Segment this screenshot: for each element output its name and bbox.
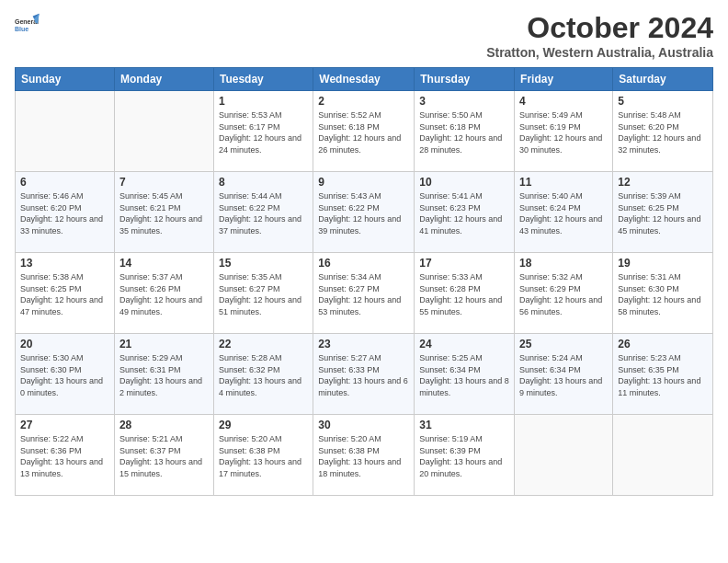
day-info: Sunrise: 5:32 AM Sunset: 6:29 PM Dayligh… <box>519 271 608 317</box>
calendar-table: SundayMondayTuesdayWednesdayThursdayFrid… <box>15 67 713 496</box>
day-number: 25 <box>519 338 608 350</box>
day-number: 16 <box>318 257 409 270</box>
calendar-cell: 3Sunrise: 5:50 AM Sunset: 6:18 PM Daylig… <box>415 91 515 172</box>
calendar-cell: 20Sunrise: 5:30 AM Sunset: 6:30 PM Dayli… <box>16 334 115 415</box>
calendar-cell <box>16 91 115 172</box>
calendar-week-row: 13Sunrise: 5:38 AM Sunset: 6:25 PM Dayli… <box>16 253 713 334</box>
day-number: 19 <box>618 257 708 270</box>
logo-bird-icon: General Blue <box>15 11 40 37</box>
calendar-cell: 12Sunrise: 5:39 AM Sunset: 6:25 PM Dayli… <box>613 172 713 253</box>
calendar-cell: 11Sunrise: 5:40 AM Sunset: 6:24 PM Dayli… <box>515 172 613 253</box>
day-number: 21 <box>119 338 209 350</box>
day-info: Sunrise: 5:28 AM Sunset: 6:32 PM Dayligh… <box>219 352 308 398</box>
calendar-cell: 18Sunrise: 5:32 AM Sunset: 6:29 PM Dayli… <box>515 253 613 334</box>
day-info: Sunrise: 5:24 AM Sunset: 6:34 PM Dayligh… <box>519 352 608 398</box>
day-info: Sunrise: 5:20 AM Sunset: 6:38 PM Dayligh… <box>219 433 308 479</box>
day-info: Sunrise: 5:44 AM Sunset: 6:22 PM Dayligh… <box>219 190 308 236</box>
calendar-cell: 15Sunrise: 5:35 AM Sunset: 6:27 PM Dayli… <box>213 253 313 334</box>
day-number: 28 <box>119 419 209 431</box>
calendar-cell: 26Sunrise: 5:23 AM Sunset: 6:35 PM Dayli… <box>613 334 713 415</box>
calendar-week-row: 20Sunrise: 5:30 AM Sunset: 6:30 PM Dayli… <box>16 334 713 415</box>
day-number: 31 <box>419 419 509 431</box>
calendar-cell: 19Sunrise: 5:31 AM Sunset: 6:30 PM Dayli… <box>613 253 713 334</box>
svg-text:Blue: Blue <box>15 26 28 32</box>
day-info: Sunrise: 5:49 AM Sunset: 6:19 PM Dayligh… <box>519 109 608 155</box>
calendar-cell: 30Sunrise: 5:20 AM Sunset: 6:38 PM Dayli… <box>313 415 415 496</box>
day-info: Sunrise: 5:37 AM Sunset: 6:26 PM Dayligh… <box>119 271 209 317</box>
calendar-cell <box>515 415 613 496</box>
day-number: 6 <box>20 176 109 189</box>
day-number: 10 <box>419 176 509 189</box>
day-info: Sunrise: 5:52 AM Sunset: 6:18 PM Dayligh… <box>318 109 409 155</box>
day-number: 20 <box>20 338 109 350</box>
calendar-cell: 13Sunrise: 5:38 AM Sunset: 6:25 PM Dayli… <box>16 253 115 334</box>
day-info: Sunrise: 5:29 AM Sunset: 6:31 PM Dayligh… <box>119 352 209 398</box>
logo: General Blue <box>15 11 40 37</box>
calendar-cell <box>114 91 213 172</box>
day-number: 11 <box>519 176 608 189</box>
calendar-cell: 8Sunrise: 5:44 AM Sunset: 6:22 PM Daylig… <box>213 172 313 253</box>
day-number: 26 <box>618 338 708 350</box>
day-info: Sunrise: 5:35 AM Sunset: 6:27 PM Dayligh… <box>219 271 308 317</box>
day-info: Sunrise: 5:40 AM Sunset: 6:24 PM Dayligh… <box>519 190 608 236</box>
day-number: 3 <box>419 95 509 108</box>
weekday-header-friday: Friday <box>515 68 613 91</box>
weekday-header-wednesday: Wednesday <box>313 68 415 91</box>
calendar-cell: 4Sunrise: 5:49 AM Sunset: 6:19 PM Daylig… <box>515 91 613 172</box>
day-number: 2 <box>318 95 409 108</box>
day-info: Sunrise: 5:25 AM Sunset: 6:34 PM Dayligh… <box>419 352 509 398</box>
calendar-cell: 21Sunrise: 5:29 AM Sunset: 6:31 PM Dayli… <box>114 334 213 415</box>
calendar-cell: 10Sunrise: 5:41 AM Sunset: 6:23 PM Dayli… <box>415 172 515 253</box>
header: General Blue October 2024 Stratton, West… <box>15 11 713 60</box>
day-info: Sunrise: 5:31 AM Sunset: 6:30 PM Dayligh… <box>618 271 708 317</box>
calendar-week-row: 6Sunrise: 5:46 AM Sunset: 6:20 PM Daylig… <box>16 172 713 253</box>
day-number: 1 <box>219 95 308 108</box>
day-number: 7 <box>119 176 209 189</box>
day-info: Sunrise: 5:33 AM Sunset: 6:28 PM Dayligh… <box>419 271 509 317</box>
day-info: Sunrise: 5:22 AM Sunset: 6:36 PM Dayligh… <box>20 433 109 479</box>
day-info: Sunrise: 5:50 AM Sunset: 6:18 PM Dayligh… <box>419 109 509 155</box>
day-number: 14 <box>119 257 209 270</box>
day-info: Sunrise: 5:34 AM Sunset: 6:27 PM Dayligh… <box>318 271 409 317</box>
day-number: 24 <box>419 338 509 350</box>
calendar-cell: 5Sunrise: 5:48 AM Sunset: 6:20 PM Daylig… <box>613 91 713 172</box>
calendar-cell: 29Sunrise: 5:20 AM Sunset: 6:38 PM Dayli… <box>213 415 313 496</box>
day-number: 9 <box>318 176 409 189</box>
calendar-cell: 22Sunrise: 5:28 AM Sunset: 6:32 PM Dayli… <box>213 334 313 415</box>
weekday-header-tuesday: Tuesday <box>213 68 313 91</box>
day-number: 5 <box>618 95 708 108</box>
day-number: 4 <box>519 95 608 108</box>
calendar-week-row: 27Sunrise: 5:22 AM Sunset: 6:36 PM Dayli… <box>16 415 713 496</box>
day-info: Sunrise: 5:45 AM Sunset: 6:21 PM Dayligh… <box>119 190 209 236</box>
calendar-cell: 14Sunrise: 5:37 AM Sunset: 6:26 PM Dayli… <box>114 253 213 334</box>
weekday-header-saturday: Saturday <box>613 68 713 91</box>
day-number: 23 <box>318 338 409 350</box>
weekday-header-monday: Monday <box>114 68 213 91</box>
calendar-cell: 17Sunrise: 5:33 AM Sunset: 6:28 PM Dayli… <box>415 253 515 334</box>
day-info: Sunrise: 5:19 AM Sunset: 6:39 PM Dayligh… <box>419 433 509 479</box>
day-info: Sunrise: 5:20 AM Sunset: 6:38 PM Dayligh… <box>318 433 409 479</box>
day-info: Sunrise: 5:30 AM Sunset: 6:30 PM Dayligh… <box>20 352 109 398</box>
day-info: Sunrise: 5:27 AM Sunset: 6:33 PM Dayligh… <box>318 352 409 398</box>
calendar-cell: 16Sunrise: 5:34 AM Sunset: 6:27 PM Dayli… <box>313 253 415 334</box>
title-block: October 2024 Stratton, Western Australia… <box>486 11 713 60</box>
calendar-week-row: 1Sunrise: 5:53 AM Sunset: 6:17 PM Daylig… <box>16 91 713 172</box>
day-info: Sunrise: 5:53 AM Sunset: 6:17 PM Dayligh… <box>219 109 308 155</box>
calendar-cell: 25Sunrise: 5:24 AM Sunset: 6:34 PM Dayli… <box>515 334 613 415</box>
calendar-cell: 7Sunrise: 5:45 AM Sunset: 6:21 PM Daylig… <box>114 172 213 253</box>
day-info: Sunrise: 5:48 AM Sunset: 6:20 PM Dayligh… <box>618 109 708 155</box>
day-number: 29 <box>219 419 308 431</box>
day-number: 12 <box>618 176 708 189</box>
main-title: October 2024 <box>486 11 713 45</box>
calendar-cell: 28Sunrise: 5:21 AM Sunset: 6:37 PM Dayli… <box>114 415 213 496</box>
calendar-cell: 23Sunrise: 5:27 AM Sunset: 6:33 PM Dayli… <box>313 334 415 415</box>
calendar-header-row: SundayMondayTuesdayWednesdayThursdayFrid… <box>16 68 713 91</box>
calendar-cell: 24Sunrise: 5:25 AM Sunset: 6:34 PM Dayli… <box>415 334 515 415</box>
subtitle: Stratton, Western Australia, Australia <box>486 45 713 60</box>
weekday-header-sunday: Sunday <box>16 68 115 91</box>
day-info: Sunrise: 5:39 AM Sunset: 6:25 PM Dayligh… <box>618 190 708 236</box>
day-info: Sunrise: 5:38 AM Sunset: 6:25 PM Dayligh… <box>20 271 109 317</box>
calendar-cell <box>613 415 713 496</box>
page: General Blue October 2024 Stratton, West… <box>0 0 728 563</box>
weekday-header-thursday: Thursday <box>415 68 515 91</box>
